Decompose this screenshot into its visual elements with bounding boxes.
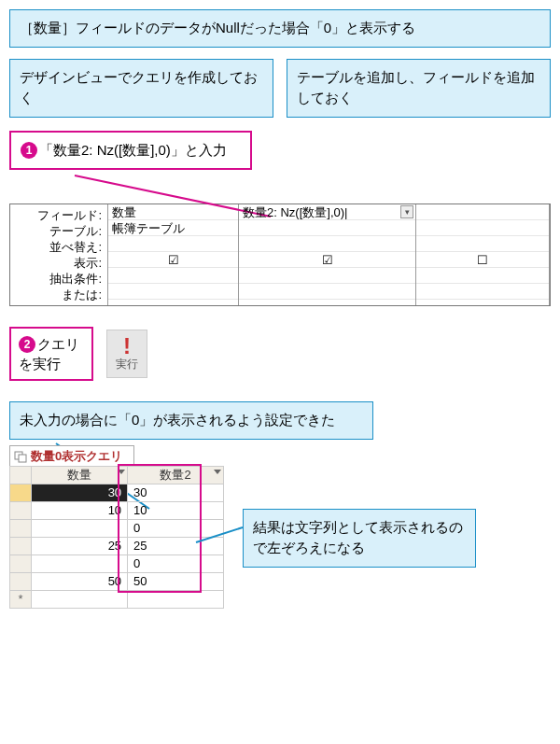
row-selector[interactable] [10, 554, 32, 572]
label-criteria: 抽出条件: [12, 271, 102, 287]
col2-show-checkbox[interactable]: ☑ [239, 252, 415, 268]
cell-qty2[interactable] [128, 590, 224, 608]
step1-number: 1 [21, 142, 37, 159]
prep-right-callout: テーブルを追加し、フィールドを追加しておく [287, 59, 551, 118]
row-selector[interactable] [10, 484, 32, 501]
text-cursor-icon: | [344, 205, 347, 219]
col1-or[interactable] [108, 284, 238, 300]
row-selector[interactable] [10, 537, 32, 554]
result-header-qty[interactable]: 数量 [32, 466, 128, 484]
step1-callout: 1「数量2: Nz([数量],0)」と入力 [9, 131, 252, 171]
field-dropdown-icon[interactable]: ▾ [400, 205, 413, 218]
result-note-callout: 未入力の場合に「0」が表示されるよう設定できた [9, 401, 373, 440]
exclamation-icon: ! [123, 336, 131, 357]
col3-show-checkbox[interactable]: ☐ [416, 252, 549, 268]
cell-qty[interactable]: 30 [32, 484, 128, 501]
col2-field[interactable]: 数量2: Nz([数量],0)| ▾ [239, 204, 415, 220]
cell-qty[interactable]: 50 [32, 572, 128, 590]
row-selector[interactable] [10, 501, 32, 519]
table-row[interactable]: 50 50 [10, 572, 224, 590]
label-or: または: [12, 287, 102, 302]
query-tab-label: 数量0表示クエリ [31, 448, 122, 465]
col2-criteria[interactable] [239, 268, 415, 284]
new-row[interactable]: * [10, 590, 224, 608]
cell-qty2[interactable]: 0 [128, 554, 224, 572]
label-sort: 並べ替え: [12, 239, 102, 255]
query-icon [14, 450, 27, 463]
table-row[interactable]: 30 30 [10, 484, 224, 501]
new-row-marker: * [10, 590, 32, 608]
col3-criteria[interactable] [416, 268, 549, 284]
intro-callout: ［数量］フィールドのデータがNullだった場合「0」と表示する [9, 9, 551, 48]
col1-sort[interactable] [108, 236, 238, 252]
col3-table[interactable] [416, 220, 549, 236]
label-show: 表示: [12, 255, 102, 271]
col3-field[interactable] [416, 204, 549, 220]
table-row[interactable]: 0 [10, 554, 224, 572]
step2-callout: 2クエリを実行 [9, 327, 93, 381]
result-tbody: 30 30 10 10 0 25 25 0 [10, 484, 224, 608]
row-selector[interactable] [10, 519, 32, 537]
col1-show-checkbox[interactable]: ☑ [108, 252, 238, 268]
run-query-button[interactable]: ! 実行 [106, 330, 147, 378]
result-header-qty-label: 数量 [67, 468, 91, 482]
cell-qty[interactable]: 25 [32, 537, 128, 554]
result-corner-cell[interactable] [10, 466, 32, 484]
cell-qty[interactable] [32, 590, 128, 608]
col3-sort[interactable] [416, 236, 549, 252]
cell-qty2[interactable]: 10 [128, 501, 224, 519]
col1-criteria[interactable] [108, 268, 238, 284]
result-table: 数量 数量2 30 30 10 10 [9, 466, 224, 609]
step1-text: 「数量2: Nz([数量],0)」と入力 [39, 142, 227, 158]
cell-qty[interactable] [32, 554, 128, 572]
dropdown-icon[interactable] [214, 470, 221, 474]
table-row[interactable]: 25 25 [10, 537, 224, 554]
query-tab[interactable]: 数量0表示クエリ [9, 445, 134, 466]
result-datasheet-wrap: 数量0表示クエリ 数量 数量2 30 30 [9, 445, 551, 609]
col2-sort[interactable] [239, 236, 415, 252]
svg-line-4 [196, 527, 243, 542]
col2-field-text: 数量2: Nz([数量],0) [243, 205, 344, 219]
col2-or[interactable] [239, 284, 415, 300]
col3-or[interactable] [416, 284, 549, 300]
side-leader [196, 527, 252, 546]
result-header-qty2[interactable]: 数量2 [128, 466, 224, 484]
cell-qty2[interactable]: 30 [128, 484, 224, 501]
table-row[interactable]: 0 [10, 519, 224, 537]
design-grid-col-3[interactable]: ☐ [416, 204, 550, 305]
run-button-label: 実行 [116, 357, 138, 372]
prep-left-callout: デザインビューでクエリを作成しておく [9, 59, 273, 118]
result-header-qty2-label: 数量2 [160, 468, 190, 482]
table-row[interactable]: 10 10 [10, 501, 224, 519]
cell-qty[interactable]: 10 [32, 501, 128, 519]
cell-qty[interactable] [32, 519, 128, 537]
cell-qty2[interactable]: 50 [128, 572, 224, 590]
row-selector[interactable] [10, 572, 32, 590]
design-grid-col-2[interactable]: 数量2: Nz([数量],0)| ▾ ☑ [239, 204, 416, 305]
result-side-callout: 結果は文字列として表示されるので左ぞろえになる [243, 509, 476, 568]
svg-rect-3 [19, 455, 26, 462]
step2-number: 2 [19, 336, 35, 353]
dropdown-icon[interactable] [118, 470, 125, 474]
